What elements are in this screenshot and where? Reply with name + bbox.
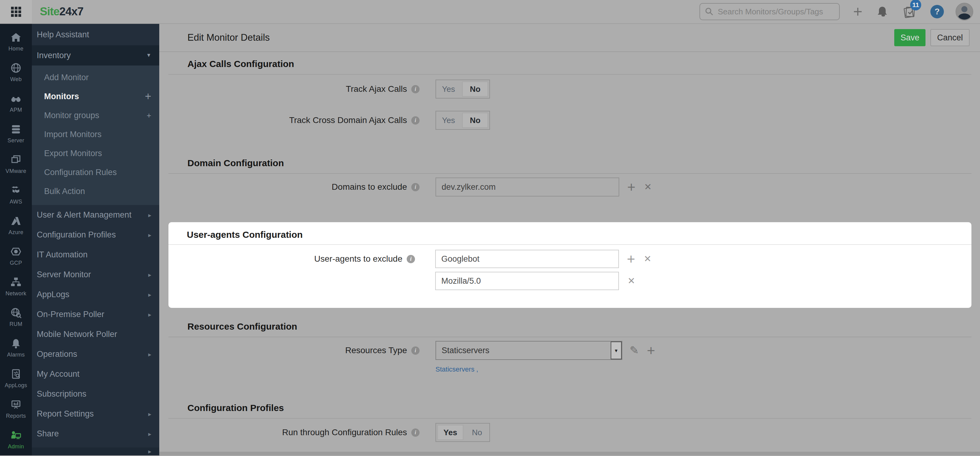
binoculars-icon [10, 93, 22, 104]
remove-row-icon[interactable]: ✕ [627, 276, 635, 286]
aws-cubes-icon [10, 184, 22, 196]
section-resources: Resources Configuration Resources Type i… [169, 308, 971, 373]
rail-item-vmware[interactable]: VMware [0, 149, 32, 180]
menu-item-configuration-profiles[interactable]: Configuration Profiles▸ [32, 225, 159, 245]
info-icon[interactable]: i [411, 85, 420, 93]
rail-item-gcp[interactable]: GCP [0, 240, 32, 271]
track-ajax-calls-toggle: Yes No [436, 79, 490, 99]
notifications-button[interactable]: 11 [902, 4, 917, 19]
submenu-item-monitors[interactable]: Monitors+ [32, 87, 159, 106]
inventory-submenu: Add Monitor Monitors+ Monitor groups+ Im… [32, 65, 159, 205]
menu-item-on-premise-poller[interactable]: On-Premise Poller▸ [32, 305, 159, 324]
form-content: Ajax Calls Configuration Track Ajax Call… [159, 52, 980, 455]
menu-item-report-settings[interactable]: Report Settings▸ [32, 404, 159, 424]
info-icon[interactable]: i [411, 429, 420, 437]
menu-item-operations[interactable]: Operations▸ [32, 344, 159, 364]
remove-row-icon[interactable]: ✕ [644, 254, 651, 264]
rail-item-aws[interactable]: AWS [0, 180, 32, 210]
rail-item-reports[interactable]: Reports [0, 394, 32, 424]
app-launcher-button[interactable] [0, 0, 32, 23]
info-icon[interactable]: i [411, 183, 420, 191]
rail-item-home[interactable]: Home [0, 26, 32, 57]
cancel-button[interactable]: Cancel [931, 29, 970, 46]
rail-item-admin[interactable]: Admin [0, 424, 32, 455]
resources-tag-link[interactable]: Staticservers , [436, 365, 478, 373]
alerts-bell-button[interactable] [876, 5, 889, 18]
rail-item-alarms[interactable]: Alarms [0, 332, 32, 363]
section-title: Domain Configuration [188, 158, 971, 168]
plus-icon[interactable]: + [147, 111, 151, 119]
toggle-yes[interactable]: Yes [436, 80, 461, 98]
toggle-yes[interactable]: Yes [438, 425, 463, 440]
edit-icon[interactable]: ✎ [630, 344, 639, 357]
rail-item-rum[interactable]: RUM [0, 302, 32, 332]
select-dropdown-icon[interactable]: ▼ [611, 342, 622, 359]
global-search[interactable] [700, 3, 840, 20]
app-shell: Home Web APM Server VMware AWS Azure GC [0, 24, 980, 455]
menu-item-my-account[interactable]: My Account [32, 364, 159, 384]
add-row-icon[interactable]: + [627, 180, 635, 194]
menu-item-mobile-network-poller[interactable]: Mobile Network Poller [32, 324, 159, 344]
submenu-item-import-monitors[interactable]: Import Monitors [32, 125, 159, 144]
help-button[interactable]: ? [931, 5, 944, 18]
submenu-item-export-monitors[interactable]: Export Monitors [32, 144, 159, 163]
field-label: Track Ajax Calls [346, 84, 407, 94]
submenu-item-bulk-action[interactable]: Bulk Action [32, 182, 159, 201]
rail-item-network[interactable]: Network [0, 271, 32, 302]
track-cross-domain-toggle: Yes No [436, 111, 490, 130]
info-icon[interactable]: i [411, 116, 420, 125]
user-agent-input-1[interactable] [435, 250, 619, 268]
chevron-right-icon: ▸ [148, 291, 151, 299]
toggle-no[interactable]: No [462, 113, 488, 128]
rail-item-applogs[interactable]: AppLogs [0, 363, 32, 394]
add-row-icon[interactable]: + [627, 252, 635, 266]
rail-item-server[interactable]: Server [0, 118, 32, 149]
menu-item-partial[interactable]: ▸ [32, 447, 159, 455]
search-input[interactable] [718, 7, 834, 16]
resources-type-select[interactable]: Staticservers ▼ [436, 341, 622, 360]
submenu-item-monitor-groups[interactable]: Monitor groups+ [32, 106, 159, 125]
section-title: Resources Configuration [188, 321, 971, 332]
user-avatar[interactable] [956, 3, 973, 21]
menu-item-inventory[interactable]: Inventory ▼ [32, 45, 159, 65]
rail-item-apm[interactable]: APM [0, 87, 32, 118]
plus-icon[interactable]: + [145, 91, 151, 102]
menu-item-help-assistant[interactable]: Help Assistant [32, 24, 159, 45]
chevron-right-icon: ▸ [148, 231, 151, 239]
field-label: Track Cross Domain Ajax Calls [289, 115, 407, 125]
row-user-agents-2: ✕ [169, 272, 971, 290]
reports-board-icon [10, 399, 22, 410]
remove-row-icon[interactable]: ✕ [644, 183, 652, 192]
toggle-no[interactable]: No [465, 424, 489, 441]
save-button[interactable]: Save [894, 29, 926, 46]
domain-exclude-input[interactable] [436, 178, 619, 197]
menu-item-share[interactable]: Share▸ [32, 424, 159, 444]
section-title: Configuration Profiles [188, 403, 971, 413]
page-header: Edit Monitor Details Save Cancel [159, 24, 980, 52]
toggle-yes[interactable]: Yes [436, 111, 461, 129]
add-icon[interactable]: + [647, 343, 655, 357]
chevron-down-icon: ▼ [146, 52, 151, 59]
info-icon[interactable]: i [407, 255, 415, 263]
gcp-hexagon-icon [10, 246, 22, 257]
field-label: User-agents to exclude [314, 254, 402, 264]
menu-item-subscriptions[interactable]: Subscriptions [32, 384, 159, 404]
submenu-item-add-monitor[interactable]: Add Monitor [32, 68, 159, 87]
add-monitor-quick-button[interactable]: + [853, 4, 862, 20]
menu-item-it-automation[interactable]: IT Automation [32, 245, 159, 265]
rail-item-azure[interactable]: Azure [0, 210, 32, 240]
row-resources-type: Resources Type i Staticservers ▼ ✎ + [169, 341, 971, 360]
menu-item-user-alert-management[interactable]: User & Alert Management▸ [32, 205, 159, 225]
toggle-no[interactable]: No [462, 81, 488, 97]
site24x7-logo: Site24x7 [40, 5, 83, 18]
info-icon[interactable]: i [411, 346, 420, 355]
alarm-bell-icon [10, 338, 22, 349]
row-resources-tags: Staticservers , [169, 365, 971, 373]
page-title: Edit Monitor Details [188, 32, 270, 43]
menu-item-applogs[interactable]: AppLogs▸ [32, 284, 159, 305]
user-agent-input-2[interactable] [435, 272, 619, 290]
menu-item-server-monitor[interactable]: Server Monitor▸ [32, 265, 159, 284]
avatar-silhouette-icon [956, 4, 972, 20]
rail-item-web[interactable]: Web [0, 57, 32, 87]
submenu-item-configuration-rules[interactable]: Configuration Rules [32, 163, 159, 182]
